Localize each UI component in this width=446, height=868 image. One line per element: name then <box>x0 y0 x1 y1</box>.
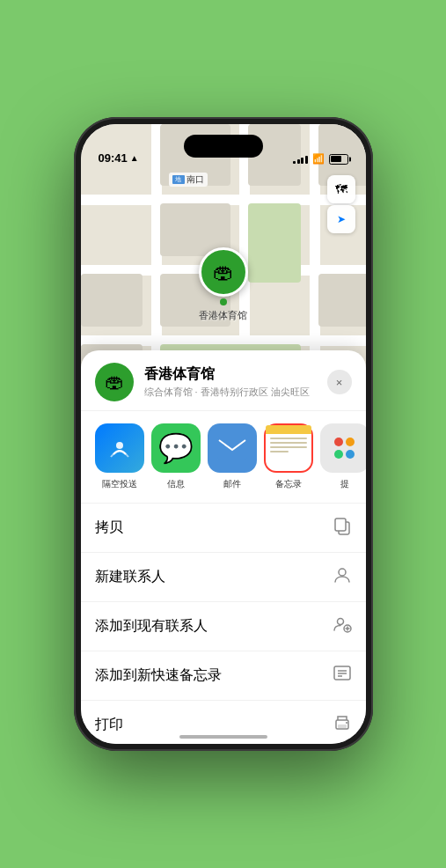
copy-label: 拷贝 <box>95 519 123 537</box>
svg-point-5 <box>337 619 343 625</box>
new-contact-label: 新建联系人 <box>95 568 165 586</box>
quick-notes-icon <box>333 664 352 688</box>
svg-rect-1 <box>217 437 247 460</box>
new-contact-icon <box>333 565 352 589</box>
more-label: 提 <box>340 478 349 490</box>
share-item-airdrop[interactable]: 隔空投送 <box>95 423 144 490</box>
svg-point-4 <box>339 569 346 576</box>
battery-icon <box>329 154 348 165</box>
venue-name: 香港体育馆 <box>144 365 317 384</box>
home-indicator <box>179 735 267 739</box>
map-block-5 <box>81 274 143 327</box>
location-button[interactable]: ➤ <box>327 205 355 233</box>
dynamic-island <box>184 135 263 158</box>
quick-notes-label: 添加到新快速备忘录 <box>95 666 222 685</box>
notes-icon <box>264 423 313 473</box>
share-row: 隔空投送 💬 信息 邮 <box>81 411 366 504</box>
map-controls: 🗺 ➤ <box>327 175 355 233</box>
venue-info: 香港体育馆 综合体育馆 · 香港特别行政区 油尖旺区 <box>144 365 317 399</box>
share-item-mail[interactable]: 邮件 <box>208 423 257 490</box>
time-label: 09:41 <box>99 151 128 165</box>
action-row-quick-notes[interactable]: 添加到新快速备忘录 <box>81 651 366 701</box>
pin-label: 香港体育馆 <box>199 309 247 322</box>
message-label: 信息 <box>167 478 185 490</box>
share-item-message[interactable]: 💬 信息 <box>151 423 201 490</box>
map-label-icon: 地 <box>172 175 185 184</box>
location-arrow-icon: ▲ <box>130 153 139 163</box>
map-block-2 <box>248 203 301 283</box>
message-icon: 💬 <box>151 423 201 473</box>
print-label: 打印 <box>95 716 123 734</box>
airdrop-icon <box>95 423 144 473</box>
svg-point-15 <box>346 722 347 724</box>
wifi-icon: 📶 <box>312 153 325 165</box>
map-label-text: 南口 <box>186 173 204 186</box>
mail-icon <box>208 423 257 473</box>
share-item-notes[interactable]: 备忘录 <box>264 423 313 490</box>
status-time: 09:41 ▲ <box>99 151 139 165</box>
add-contact-icon <box>333 614 352 638</box>
share-item-more[interactable]: 提 <box>320 423 366 490</box>
pin-bubble: 🏟 <box>199 247 248 297</box>
battery-fill <box>331 156 341 162</box>
bottom-sheet: 🏟 香港体育馆 综合体育馆 · 香港特别行政区 油尖旺区 × <box>81 350 366 744</box>
map-label-nankou: 地 南口 <box>169 173 208 187</box>
svg-rect-3 <box>335 519 346 531</box>
close-button[interactable]: × <box>327 370 352 394</box>
venue-icon: 🏟 <box>95 363 134 401</box>
mail-label: 邮件 <box>223 478 241 490</box>
action-row-new-contact[interactable]: 新建联系人 <box>81 553 366 602</box>
venue-subtitle: 综合体育馆 · 香港特别行政区 油尖旺区 <box>144 386 317 399</box>
svg-point-0 <box>116 442 123 449</box>
airdrop-label: 隔空投送 <box>102 478 137 490</box>
sheet-header: 🏟 香港体育馆 综合体育馆 · 香港特别行政区 油尖旺区 × <box>81 350 366 411</box>
map-type-button[interactable]: 🗺 <box>327 175 355 203</box>
add-contact-label: 添加到现有联系人 <box>95 617 208 636</box>
pin-dot <box>220 298 227 305</box>
more-icon <box>320 423 366 473</box>
signal-icon <box>293 154 308 164</box>
action-row-copy[interactable]: 拷贝 <box>81 504 366 553</box>
copy-icon <box>333 516 352 540</box>
svg-rect-14 <box>338 725 347 728</box>
action-row-add-contact[interactable]: 添加到现有联系人 <box>81 602 366 651</box>
phone-screen: 09:41 ▲ 📶 <box>81 124 366 744</box>
print-icon <box>333 713 352 737</box>
phone-frame: 09:41 ▲ 📶 <box>74 117 373 751</box>
status-right: 📶 <box>293 153 348 165</box>
notes-label: 备忘录 <box>275 478 302 490</box>
location-pin[interactable]: 🏟 香港体育馆 <box>199 247 248 322</box>
map-block-7 <box>318 274 366 327</box>
